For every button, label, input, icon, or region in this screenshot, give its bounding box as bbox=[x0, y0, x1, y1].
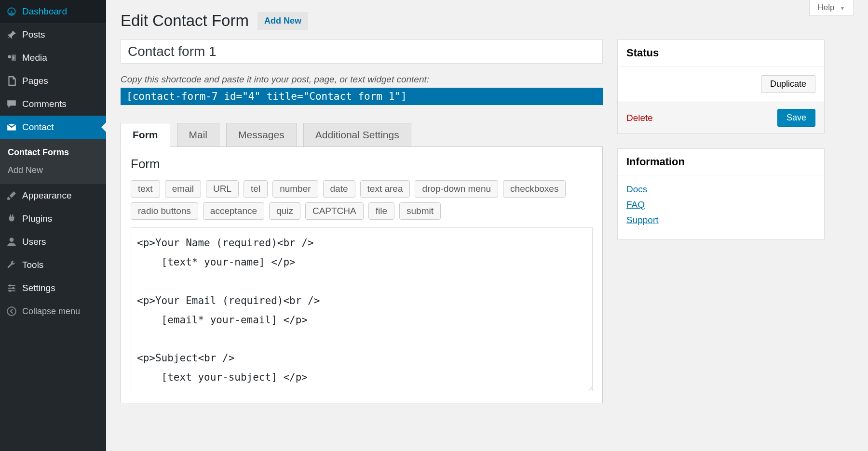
sidebar-label: Users bbox=[22, 237, 46, 247]
tab-form[interactable]: Form bbox=[121, 123, 170, 147]
sidebar-item-tools[interactable]: Tools bbox=[0, 253, 106, 277]
page-header: Edit Contact Form Add New bbox=[121, 12, 854, 30]
add-new-button[interactable]: Add New bbox=[258, 12, 308, 30]
sidebar-label: Media bbox=[22, 53, 47, 63]
sidebar-submenu: Contact Forms Add New bbox=[0, 139, 106, 184]
information-heading: Information bbox=[618, 149, 824, 175]
shortcode-instruction: Copy this shortcode and paste it into yo… bbox=[121, 74, 603, 85]
svg-point-4 bbox=[9, 290, 11, 292]
sidebar-label: Contact bbox=[22, 122, 54, 133]
sidebar-item-pages[interactable]: Pages bbox=[0, 69, 106, 93]
info-link-faq[interactable]: FAQ bbox=[626, 199, 815, 210]
brush-icon bbox=[5, 190, 18, 201]
tag-submit[interactable]: submit bbox=[399, 202, 441, 220]
svg-point-2 bbox=[9, 284, 11, 286]
tag-text[interactable]: text bbox=[131, 180, 160, 198]
left-column: Copy this shortcode and paste it into yo… bbox=[121, 40, 603, 403]
sidebar-label: Collapse menu bbox=[22, 306, 80, 317]
sidebar-item-dashboard[interactable]: Dashboard bbox=[0, 0, 106, 23]
user-icon bbox=[5, 236, 18, 248]
tag-textarea[interactable]: text area bbox=[360, 180, 410, 198]
sidebar-label: Posts bbox=[22, 29, 45, 40]
sidebar-item-users[interactable]: Users bbox=[0, 230, 106, 253]
sidebar-label: Appearance bbox=[22, 190, 71, 201]
plug-icon bbox=[5, 213, 18, 225]
sidebar-item-appearance[interactable]: Appearance bbox=[0, 184, 106, 207]
tab-additional-settings[interactable]: Additional Settings bbox=[303, 123, 411, 147]
page-title: Edit Contact Form bbox=[121, 12, 249, 30]
tab-messages[interactable]: Messages bbox=[226, 123, 297, 147]
media-icon bbox=[5, 52, 18, 64]
info-link-support[interactable]: Support bbox=[626, 215, 815, 226]
sidebar-item-contact[interactable]: Contact bbox=[0, 116, 106, 139]
tag-email[interactable]: email bbox=[165, 180, 201, 198]
tag-acceptance[interactable]: acceptance bbox=[203, 202, 264, 220]
form-title-input[interactable] bbox=[121, 40, 603, 64]
save-button[interactable]: Save bbox=[777, 109, 815, 127]
sidebar-item-plugins[interactable]: Plugins bbox=[0, 207, 106, 230]
info-link-docs[interactable]: Docs bbox=[626, 184, 815, 195]
svg-point-5 bbox=[7, 307, 16, 316]
sidebar-label: Plugins bbox=[22, 213, 52, 224]
sidebar-item-posts[interactable]: Posts bbox=[0, 23, 106, 46]
shortcode-display[interactable]: [contact-form-7 id="4" title="Contact fo… bbox=[121, 88, 603, 105]
duplicate-button[interactable]: Duplicate bbox=[761, 75, 815, 93]
panel-heading: Form bbox=[131, 157, 593, 172]
sidebar-sub-add-new[interactable]: Add New bbox=[0, 161, 106, 179]
sliders-icon bbox=[5, 282, 18, 294]
sidebar-label: Comments bbox=[22, 99, 67, 109]
help-label: Help bbox=[817, 3, 834, 12]
main-content: Help ▼ Edit Contact Form Add New Copy th… bbox=[106, 0, 868, 451]
comment-icon bbox=[5, 98, 18, 110]
tag-file[interactable]: file bbox=[368, 202, 394, 220]
svg-point-0 bbox=[8, 55, 11, 59]
status-heading: Status bbox=[618, 40, 824, 66]
sidebar-label: Settings bbox=[22, 283, 55, 293]
mail-icon bbox=[5, 121, 18, 133]
sidebar-item-settings[interactable]: Settings bbox=[0, 277, 106, 300]
tag-url[interactable]: URL bbox=[206, 180, 239, 198]
right-column: Status Duplicate Delete Save Information… bbox=[617, 40, 825, 403]
tag-tel[interactable]: tel bbox=[244, 180, 268, 198]
sidebar-label: Dashboard bbox=[22, 6, 67, 17]
form-template-textarea[interactable] bbox=[131, 227, 593, 391]
tag-radio[interactable]: radio buttons bbox=[131, 202, 198, 220]
sidebar-item-collapse[interactable]: Collapse menu bbox=[0, 300, 106, 323]
wrench-icon bbox=[5, 259, 18, 271]
editor-tabs: Form Mail Messages Additional Settings bbox=[121, 122, 603, 146]
pages-icon bbox=[5, 75, 18, 87]
tag-checkboxes[interactable]: checkboxes bbox=[503, 180, 566, 198]
admin-sidebar: Dashboard Posts Media Pages Comments Con… bbox=[0, 0, 106, 451]
sidebar-item-media[interactable]: Media bbox=[0, 46, 106, 69]
svg-point-3 bbox=[12, 287, 14, 289]
chevron-down-icon: ▼ bbox=[840, 5, 845, 12]
tag-quiz[interactable]: quiz bbox=[269, 202, 300, 220]
form-panel: Form text email URL tel number date text… bbox=[121, 146, 603, 403]
delete-link[interactable]: Delete bbox=[626, 113, 653, 123]
sidebar-label: Pages bbox=[22, 76, 48, 86]
pin-icon bbox=[5, 29, 18, 40]
help-tab[interactable]: Help ▼ bbox=[809, 0, 854, 16]
svg-point-1 bbox=[10, 238, 14, 242]
sidebar-item-comments[interactable]: Comments bbox=[0, 93, 106, 116]
tag-captcha[interactable]: CAPTCHA bbox=[305, 202, 364, 220]
tag-date[interactable]: date bbox=[323, 180, 355, 198]
tab-mail[interactable]: Mail bbox=[177, 123, 220, 147]
tag-dropdown[interactable]: drop-down menu bbox=[415, 180, 498, 198]
information-metabox: Information Docs FAQ Support bbox=[617, 148, 825, 239]
collapse-icon bbox=[5, 305, 18, 317]
dashboard-icon bbox=[5, 6, 18, 17]
tag-number[interactable]: number bbox=[272, 180, 318, 198]
sidebar-label: Tools bbox=[22, 260, 43, 270]
tag-generator-buttons: text email URL tel number date text area… bbox=[131, 180, 593, 220]
status-metabox: Status Duplicate Delete Save bbox=[617, 40, 825, 134]
sidebar-sub-contact-forms[interactable]: Contact Forms bbox=[0, 144, 106, 161]
